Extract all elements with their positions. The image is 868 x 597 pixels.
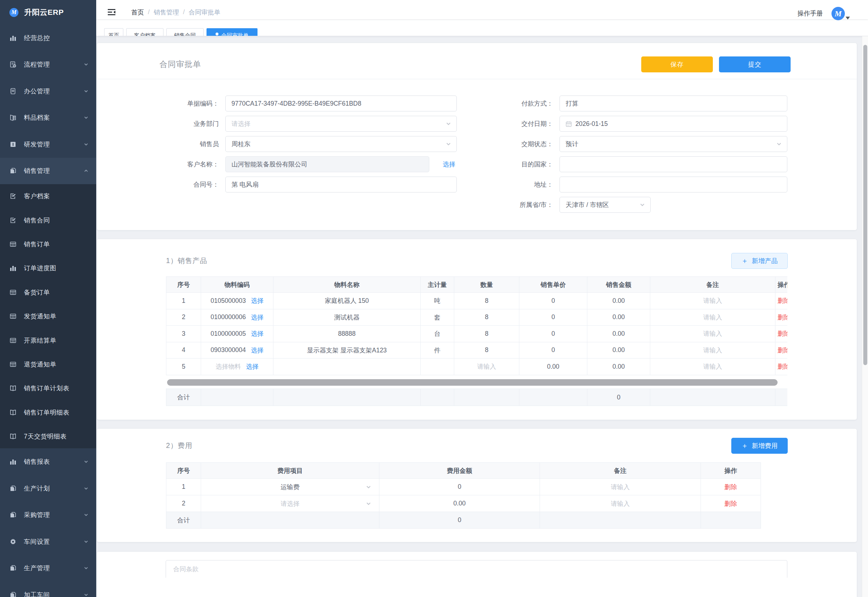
cell-qty[interactable]: 8 bbox=[454, 342, 519, 359]
product-row: 10105000003选择家庭机器人 150吨800.00请输入删除 bbox=[166, 293, 788, 309]
delete-link[interactable]: 删除 bbox=[724, 483, 737, 491]
sidebar-item-销售订单[interactable]: 销售订单 bbox=[0, 232, 96, 256]
tab-销售合同[interactable]: 销售合同 bbox=[166, 28, 204, 37]
field-label: 付款方式： bbox=[457, 99, 560, 108]
vertical-scrollbar-track[interactable] bbox=[862, 36, 868, 597]
total-cell bbox=[519, 389, 587, 406]
material-select-link[interactable]: 选择 bbox=[251, 329, 264, 338]
sidebar-item-生产计划[interactable]: 生产计划 bbox=[0, 475, 96, 502]
cell-unit bbox=[421, 359, 454, 375]
submit-button[interactable]: 提交 bbox=[719, 56, 791, 72]
cell-remark[interactable]: 请输入 bbox=[650, 326, 775, 342]
sidebar-item-加工车间[interactable]: 加工车间 bbox=[0, 581, 96, 597]
horizontal-scrollbar-thumb[interactable] bbox=[167, 379, 778, 386]
delete-link[interactable]: 删除 bbox=[778, 330, 787, 337]
cell-fee-item[interactable]: 运输费 bbox=[201, 479, 379, 495]
customer-select-link[interactable]: 选择 bbox=[443, 160, 455, 169]
delete-link[interactable]: 删除 bbox=[724, 500, 737, 507]
archive-icon bbox=[9, 114, 17, 121]
breadcrumb-item[interactable]: 首页 bbox=[131, 8, 144, 16]
field-input-单据编码[interactable]: 9770CA17-3497-4DB2-995E-B49E9CF61BD8 bbox=[225, 95, 457, 111]
avatar[interactable]: M bbox=[831, 7, 845, 20]
delete-link[interactable]: 删除 bbox=[778, 363, 787, 370]
sidebar-item-销售合同[interactable]: 销售合同 bbox=[0, 208, 96, 232]
material-select-link[interactable]: 选择 bbox=[251, 296, 264, 305]
add-fee-button[interactable]: ＋新增费用 bbox=[731, 438, 788, 454]
tab-客户档案[interactable]: 客户档案 bbox=[126, 28, 163, 37]
cell-fee-amount[interactable]: 0.00 bbox=[379, 495, 540, 512]
cell-qty[interactable]: 8 bbox=[454, 326, 519, 342]
delete-link[interactable]: 删除 bbox=[778, 297, 787, 304]
total-label: 合计 bbox=[166, 512, 201, 529]
sidebar-item-研发管理[interactable]: 研发管理 bbox=[0, 131, 96, 158]
cell-remark[interactable]: 请输入 bbox=[650, 309, 775, 326]
sidebar-item-办公管理[interactable]: 办公管理 bbox=[0, 78, 96, 105]
field-value: 第 电风扇 bbox=[231, 180, 259, 189]
sidebar-item-备货订单[interactable]: 备货订单 bbox=[0, 281, 96, 304]
sidebar-item-客户档案[interactable]: 客户档案 bbox=[0, 184, 96, 208]
cell-remark[interactable]: 请输入 bbox=[650, 293, 775, 309]
material-select-link[interactable]: 选择 bbox=[251, 313, 264, 322]
copydoc-icon bbox=[9, 511, 17, 518]
field-input-合同号[interactable]: 第 电风扇 bbox=[225, 177, 457, 193]
horizontal-scrollbar-track[interactable] bbox=[166, 375, 787, 389]
cell-remark[interactable]: 请输入 bbox=[650, 359, 775, 375]
cell-fee-amount[interactable]: 0 bbox=[379, 479, 540, 495]
field-control: 请选择 bbox=[225, 116, 457, 132]
sidebar-item-流程管理[interactable]: 流程管理 bbox=[0, 51, 96, 78]
field-select-销售员[interactable]: 周桂东 bbox=[225, 136, 457, 152]
field-select-业务部门[interactable]: 请选择 bbox=[225, 116, 457, 132]
sidebar-item-7天交货明细表[interactable]: 7天交货明细表 bbox=[0, 425, 96, 448]
sidebar-item-订单进度图[interactable]: 订单进度图 bbox=[0, 256, 96, 280]
tab-首页[interactable]: 首页 bbox=[104, 28, 123, 37]
cell-qty[interactable]: 8 bbox=[454, 309, 519, 326]
sidebar-item-采购管理[interactable]: 采购管理 bbox=[0, 502, 96, 528]
cell-remark[interactable]: 请输入 bbox=[650, 342, 775, 359]
products-section-header: 1）销售产品 ＋新增产品 bbox=[97, 239, 857, 276]
sidebar-item-发货通知单[interactable]: 发货通知单 bbox=[0, 304, 96, 328]
cell-price[interactable]: 0 bbox=[519, 309, 587, 326]
caret-down-icon[interactable] bbox=[846, 16, 850, 19]
field-control bbox=[560, 177, 787, 193]
material-select-link[interactable]: 选择 bbox=[251, 346, 264, 355]
cell-remark[interactable]: 请输入 bbox=[540, 479, 701, 495]
field-label: 所属省/市： bbox=[457, 200, 560, 209]
cell-remark[interactable]: 请输入 bbox=[540, 495, 701, 512]
material-select-link[interactable]: 选择 bbox=[246, 362, 259, 371]
cell-price[interactable]: 0 bbox=[519, 293, 587, 309]
hamburger-icon[interactable] bbox=[108, 9, 116, 16]
add-product-button[interactable]: ＋新增产品 bbox=[731, 253, 788, 269]
sidebar-item-开票结算单[interactable]: 开票结算单 bbox=[0, 328, 96, 352]
field-select-所属省市[interactable]: 天津市 / 市辖区 bbox=[560, 197, 651, 213]
sidebar-item-销售管理[interactable]: 销售管理 bbox=[0, 158, 96, 184]
cell-price[interactable]: 0 bbox=[519, 326, 587, 342]
field-input-目的国家[interactable] bbox=[560, 156, 787, 172]
contract-terms-textarea[interactable]: 合同条款 bbox=[166, 560, 787, 578]
field-input-付款方式[interactable]: 打算 bbox=[560, 95, 787, 111]
cell-price[interactable]: 0.00 bbox=[519, 359, 587, 375]
field-input-customer[interactable]: 山河智能装备股份有限公司 bbox=[225, 156, 429, 172]
sidebar-item-车间设置[interactable]: 车间设置 bbox=[0, 528, 96, 555]
sidebar-item-销售订单明细表[interactable]: 销售订单明细表 bbox=[0, 401, 96, 425]
sidebar-item-料品档案[interactable]: 料品档案 bbox=[0, 105, 96, 131]
fee-item-value: 请选择 bbox=[281, 500, 300, 507]
tab-合同审批单[interactable]: 合同审批单 bbox=[206, 28, 258, 37]
delete-link[interactable]: 删除 bbox=[778, 347, 787, 354]
cell-qty[interactable]: 请输入 bbox=[454, 359, 519, 375]
field-input-地址[interactable] bbox=[560, 177, 787, 193]
sidebar-item-经营总控[interactable]: 经营总控 bbox=[0, 25, 96, 51]
sidebar-item-销售报表[interactable]: 销售报表 bbox=[0, 448, 96, 475]
sidebar-item-生产管理[interactable]: 生产管理 bbox=[0, 555, 96, 581]
delete-link[interactable]: 删除 bbox=[778, 314, 787, 321]
sidebar-item-销售订单计划表[interactable]: 销售订单计划表 bbox=[0, 376, 96, 400]
cell-op: 删除 bbox=[775, 342, 788, 359]
manual-link[interactable]: 操作手册 bbox=[797, 9, 823, 18]
vertical-scrollbar-thumb[interactable] bbox=[863, 45, 867, 365]
field-select-交期状态[interactable]: 预计 bbox=[560, 136, 787, 152]
cell-fee-item[interactable]: 请选择 bbox=[201, 495, 379, 512]
cell-price[interactable]: 0 bbox=[519, 342, 587, 359]
field-input-交付日期[interactable]: 2026-01-15 bbox=[560, 116, 787, 132]
save-button[interactable]: 保存 bbox=[641, 56, 713, 72]
cell-qty[interactable]: 8 bbox=[454, 293, 519, 309]
sidebar-item-退货通知单[interactable]: 退货通知单 bbox=[0, 352, 96, 376]
